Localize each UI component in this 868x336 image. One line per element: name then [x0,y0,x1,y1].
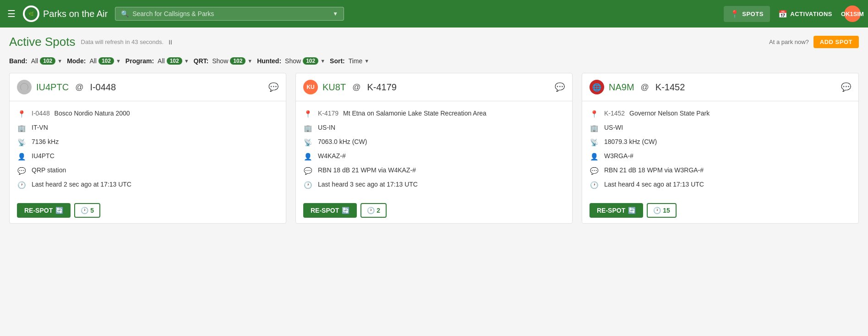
at-park-text: At a park now? [769,39,809,45]
program-select[interactable]: All 102 ▼ [156,56,191,66]
park-row-2: 📍 K-1452 Governor Nelson State Park [590,107,851,121]
park-id-1[interactable]: K-4179 [318,110,338,117]
mode-filter: Mode: All 102 ▼ [67,56,123,66]
program-filter: Program: All 102 ▼ [126,56,191,66]
history-button-0[interactable]: 🕐 5 [74,203,100,218]
at-symbol-1: @ [352,83,360,92]
respot-button-2[interactable]: RE-SPOT 🔄 [590,203,643,218]
spotter-row-2: 👤 W3RGA-# [590,149,851,164]
park-code-1[interactable]: K-4179 [367,82,397,93]
nav-spots-button[interactable]: 📍 SPOTS [724,6,770,22]
search-input[interactable] [132,10,329,17]
card-header-0: IU4PTC @ I-0448 💬 [10,73,286,101]
comment-text-2: RBN 21 dB 18 WPM via W3RGA-# [604,166,851,174]
building-icon-0: 🏢 [17,124,26,132]
mode-label: Mode: [67,57,86,65]
refresh-info: Data will refresh in 43 seconds. [81,39,164,45]
add-spot-button[interactable]: ADD SPOT [813,36,859,48]
user-callsign: OK1SIM [841,11,864,17]
qrt-count-badge: 102 [230,57,246,65]
comment-row-icon-0: 💬 [17,167,26,175]
band-value: All [31,57,38,65]
sort-select[interactable]: Time ▼ [347,56,371,66]
location-pin-icon-1: 📍 [303,110,312,118]
svg-point-1 [23,84,26,87]
menu-icon[interactable]: ☰ [7,8,16,19]
spotter-text-1: W4KAZ-# [318,152,565,160]
mode-count-badge: 102 [98,57,114,65]
history-clock-icon-2: 🕐 [653,207,661,214]
park-id-2[interactable]: K-1452 [604,110,625,117]
hunted-value: Show [285,57,301,65]
program-label: Program: [126,57,154,65]
park-name-0: Bosco Nordio Natura 2000 [55,110,130,117]
park-code-2[interactable]: K-1452 [655,82,685,93]
region-row-1: 🏢 US-IN [303,121,565,135]
search-dropdown-icon[interactable]: ▼ [333,11,338,17]
comment-row-icon-2: 💬 [590,167,599,175]
pause-icon[interactable]: ⏸ [167,39,174,46]
logo-circle: 🌿 [23,6,39,22]
comment-row-2: 💬 RBN 21 dB 18 WPM via W3RGA-# [590,164,851,178]
qrt-filter: QRT: Show 102 ▼ [194,56,255,66]
band-select[interactable]: All 102 ▼ [29,56,64,66]
history-button-2[interactable]: 🕐 15 [647,203,677,218]
search-box[interactable]: 🔍 ▼ [115,7,344,21]
clock-icon-0: 🕐 [17,181,26,189]
location-pin-icon-2: 📍 [590,110,599,118]
park-id-0[interactable]: I-0448 [32,110,50,117]
respot-refresh-icon-2: 🔄 [628,207,636,214]
respot-button-1[interactable]: RE-SPOT 🔄 [303,203,357,218]
comment-icon-1[interactable]: 💬 [555,82,565,92]
history-count-1: 2 [377,207,380,214]
hunted-arrow-icon: ▼ [320,58,325,64]
hunted-select[interactable]: Show 102 ▼ [283,56,327,66]
spotter-row-0: 👤 IU4PTC [17,149,278,164]
callsign-0[interactable]: IU4PTC [36,82,69,93]
callsign-1[interactable]: KU8T [322,82,346,93]
building-icon-2: 🏢 [590,124,599,132]
person-icon-1: 👤 [303,153,312,161]
comment-text-1: RBN 18 dB 21 WPM via W4KAZ-# [318,166,565,174]
calendar-icon: 📅 [778,10,788,18]
at-symbol-2: @ [641,83,649,92]
park-name-1: Mt Etna on Salamonie Lake State Recreati… [343,110,486,117]
comment-icon-0[interactable]: 💬 [268,82,278,92]
park-code-0[interactable]: I-0448 [90,82,116,93]
spot-card-2: 🌐 NA9M @ K-1452 💬 📍 K-1452 Governor Nels… [582,73,859,224]
last-heard-text-2: Last heard 4 sec ago at 17:13 UTC [604,181,851,188]
callsign-2[interactable]: NA9M [609,82,634,93]
region-row-2: 🏢 US-WI [590,121,851,135]
qrt-label: QRT: [194,57,209,65]
frequency-row-0: 📡 7136 kHz [17,135,278,149]
park-row-0: 📍 I-0448 Bosco Nordio Natura 2000 [17,107,278,121]
page-title: Active Spots [9,35,76,49]
mode-select[interactable]: All 102 ▼ [87,56,122,66]
frequency-text-2: 18079.3 kHz (CW) [604,138,851,145]
header-nav: 📍 SPOTS 📅 ACTIVATIONS OK1SIM [724,6,861,22]
sort-arrow-icon: ▼ [364,58,369,64]
antenna-icon-0: 📡 [17,138,26,147]
time-row-1: 🕐 Last heard 3 sec ago at 17:13 UTC [303,178,565,192]
sort-value: Time [349,57,363,65]
page-content: Active Spots Data will refresh in 43 sec… [0,28,868,231]
nav-activations-button[interactable]: 📅 ACTIVATIONS [772,6,839,22]
respot-button-0[interactable]: RE-SPOT 🔄 [17,203,71,218]
nav-spots-label: SPOTS [742,11,764,17]
last-heard-text-1: Last heard 3 sec ago at 17:13 UTC [318,181,565,188]
band-label: Band: [9,57,27,65]
history-count-2: 15 [663,207,670,214]
user-avatar[interactable]: OK1SIM [844,6,861,22]
search-icon: 🔍 [121,10,129,17]
history-button-1[interactable]: 🕐 2 [360,203,387,218]
filter-bar: Band: All 102 ▼ Mode: All 102 ▼ Program:… [9,56,859,66]
band-arrow-icon: ▼ [57,58,62,64]
comment-icon-2[interactable]: 💬 [841,82,851,92]
region-row-0: 🏢 IT-VN [17,121,278,135]
frequency-row-1: 📡 7063.0 kHz (CW) [303,135,565,149]
spotter-text-0: IU4PTC [32,152,278,160]
hunted-count-badge: 102 [303,57,318,65]
location-icon: 📍 [730,10,740,18]
person-icon-2: 👤 [590,153,599,161]
qrt-select[interactable]: Show 102 ▼ [210,56,254,66]
